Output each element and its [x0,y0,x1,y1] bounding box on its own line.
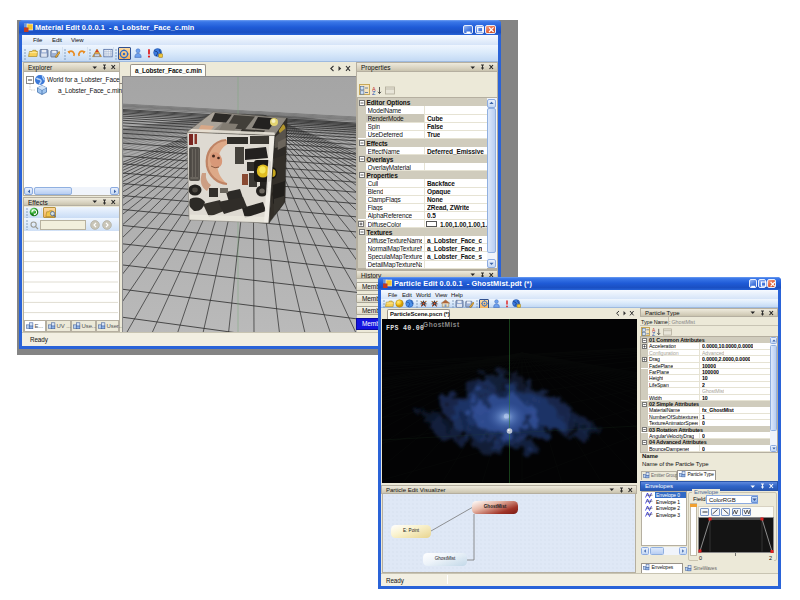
svg-text:GhostMist: GhostMist [423,320,460,327]
svg-text:FPS 40.00: FPS 40.00 [386,325,424,332]
